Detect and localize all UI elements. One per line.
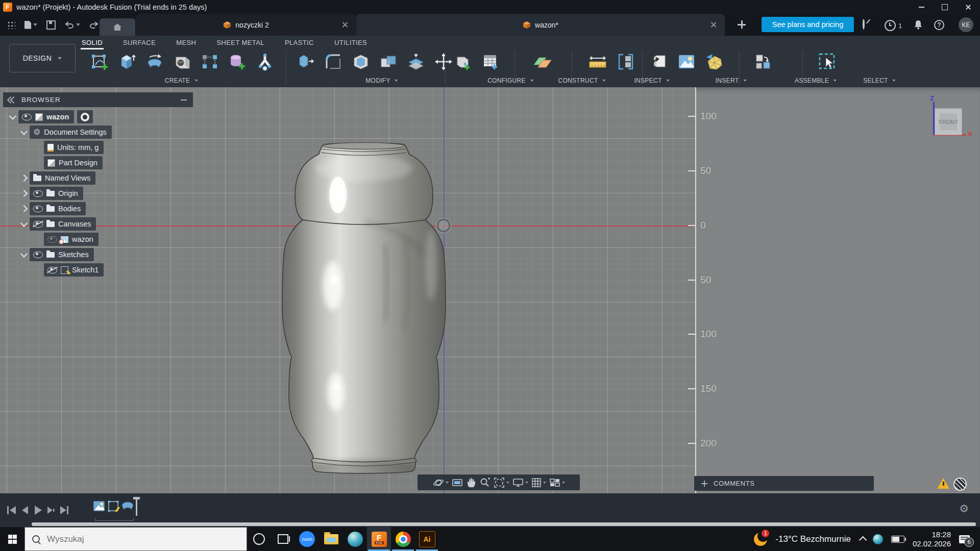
zoom-button[interactable]: [479, 477, 491, 488]
configuration-table-button[interactable]: [479, 50, 502, 73]
comments-bar[interactable]: COMMENTS: [694, 476, 874, 491]
collapse-panel-icon[interactable]: [8, 97, 16, 103]
tree-row-named-views[interactable]: Named Views: [21, 171, 95, 185]
group-create[interactable]: CREATE: [165, 77, 198, 84]
notifications-button[interactable]: [914, 19, 923, 32]
automated-modeling-button[interactable]: [253, 50, 277, 73]
collapse-arrow-icon[interactable]: [20, 174, 28, 182]
expand-arrow-icon[interactable]: [20, 251, 28, 258]
action-center-button[interactable]: 6: [959, 535, 970, 543]
close-button[interactable]: [957, 0, 980, 14]
visibility-eye-icon[interactable]: [33, 206, 43, 212]
search-input[interactable]: [46, 534, 222, 545]
extensions-button[interactable]: [863, 20, 865, 29]
orbit-button[interactable]: [433, 477, 449, 488]
grid-snap-button[interactable]: [531, 478, 546, 488]
tree-row-wazon[interactable]: wazon: [10, 110, 93, 124]
tab-utilities[interactable]: UTILITIES: [333, 37, 368, 48]
add-comment-icon[interactable]: [701, 481, 707, 487]
weather-widget[interactable]: 1: [754, 533, 767, 546]
tab-wazon[interactable]: wazon*: [356, 14, 725, 36]
tree-row-units[interactable]: Units: mm, g: [44, 140, 104, 155]
taskbar-app-fusion[interactable]: FFUS: [367, 527, 391, 551]
maximize-button[interactable]: [933, 0, 957, 14]
taskbar-app-browser[interactable]: [343, 527, 367, 551]
group-modify[interactable]: MODIFY: [365, 77, 398, 84]
insert-mesh-button[interactable]: [702, 50, 726, 73]
extrude-button[interactable]: [115, 50, 139, 73]
tab-mesh[interactable]: MESH: [175, 37, 197, 48]
tab-sheet-metal[interactable]: SHEET METAL: [215, 37, 265, 48]
visibility-eye-dim-icon[interactable]: [47, 236, 57, 243]
pan-button[interactable]: [466, 477, 476, 488]
network-tray-icon[interactable]: [873, 534, 883, 544]
tree-row-part-design[interactable]: Part Design: [44, 156, 103, 170]
insert-derive-button[interactable]: [647, 50, 671, 73]
expand-arrow-icon[interactable]: [9, 113, 16, 120]
offset-face-button[interactable]: [404, 50, 428, 73]
taskbar-app-chrome[interactable]: [391, 527, 415, 551]
combine-button[interactable]: [377, 50, 400, 73]
step-forward-icon[interactable]: [47, 507, 55, 514]
workspace-switcher[interactable]: DESIGN: [9, 44, 76, 72]
visibility-eye-icon[interactable]: [33, 190, 43, 197]
fillet-button[interactable]: [322, 50, 345, 73]
create-sketch-button[interactable]: [88, 50, 111, 73]
tab-nozyczki-2[interactable]: nozyczki 2: [136, 14, 356, 36]
press-pull-button[interactable]: [294, 50, 317, 73]
collapse-arrow-icon[interactable]: [20, 190, 28, 197]
app-launcher-button[interactable]: [7, 20, 15, 29]
new-component-button[interactable]: [751, 50, 775, 73]
minimize-button[interactable]: [910, 0, 933, 14]
expand-arrow-icon[interactable]: [20, 220, 28, 227]
job-status-button[interactable]: 1: [885, 20, 902, 31]
group-inspect[interactable]: INSPECT: [634, 77, 669, 84]
revolve-button[interactable]: [143, 50, 166, 73]
settings-gear-icon[interactable]: ⚙: [959, 503, 969, 515]
look-at-button[interactable]: [452, 478, 463, 487]
group-select[interactable]: SELECT: [863, 77, 895, 84]
fit-button[interactable]: [494, 477, 509, 488]
battery-icon[interactable]: [891, 536, 904, 543]
model-viewport[interactable]: 100 50 0 50 100 150 200 Z X FRONT BROWSE…: [0, 87, 980, 493]
go-to-start-icon[interactable]: [7, 506, 16, 514]
group-configure[interactable]: CONFIGURE: [487, 77, 533, 84]
shell-button[interactable]: [349, 50, 373, 73]
tab-close-icon[interactable]: [342, 21, 348, 28]
timeline-scrollbar[interactable]: [32, 522, 976, 526]
insert-canvas-button[interactable]: [675, 50, 698, 73]
create-form-button[interactable]: [226, 50, 249, 73]
ground-icon[interactable]: [81, 113, 89, 121]
group-insert[interactable]: INSERT: [716, 77, 747, 84]
timeline-scrubber[interactable]: [136, 499, 137, 516]
see-plans-button[interactable]: See plans and pricing: [762, 17, 854, 32]
taskbar-search[interactable]: [24, 527, 247, 551]
new-file-button[interactable]: [24, 21, 37, 29]
timeline-revolve-feature[interactable]: [122, 502, 133, 510]
view-cube[interactable]: Z X FRONT: [919, 94, 975, 145]
group-assemble[interactable]: ASSEMBLE: [795, 77, 837, 84]
minimize-panel-icon[interactable]: [181, 99, 187, 101]
help-button[interactable]: ?: [934, 20, 944, 30]
save-button[interactable]: [46, 20, 56, 30]
section-analysis-button[interactable]: [614, 50, 638, 73]
timeline-canvas-feature[interactable]: [93, 501, 105, 511]
select-button[interactable]: [816, 50, 839, 73]
start-button[interactable]: [0, 527, 24, 551]
taskbar-app-zoom[interactable]: zoom: [295, 527, 319, 551]
visibility-eye-off-icon[interactable]: [33, 221, 43, 228]
taskbar-app-illustrator[interactable]: Ai: [415, 527, 439, 551]
tree-row-origin[interactable]: Origin: [21, 186, 83, 201]
weather-text[interactable]: -13°C Bezchmurnie: [775, 534, 851, 544]
tab-surface[interactable]: SURFACE: [122, 37, 157, 48]
timeline-sketch-feature[interactable]: [108, 501, 120, 513]
tab-solid[interactable]: SOLID: [81, 37, 104, 48]
visibility-eye-icon[interactable]: [33, 252, 43, 258]
step-back-icon[interactable]: [22, 506, 28, 514]
taskbar-clock[interactable]: 18:28 02.02.2026: [913, 530, 951, 548]
timeline-playback-controls[interactable]: [6, 505, 72, 516]
offline-status-icon[interactable]: [953, 478, 967, 491]
origin-point[interactable]: [436, 218, 451, 233]
visibility-eye-off-icon[interactable]: [47, 267, 57, 273]
configure-button[interactable]: [451, 50, 475, 73]
